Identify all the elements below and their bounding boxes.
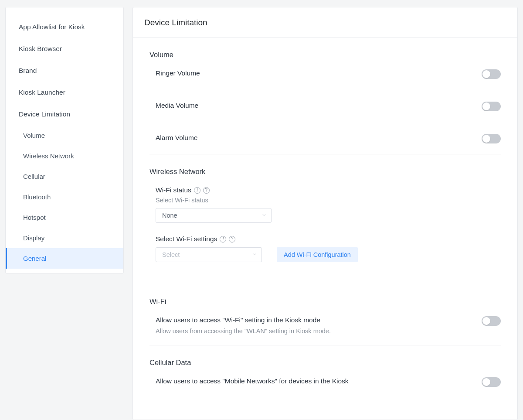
chevron-down-icon [252,251,257,258]
select-wifi-status-value: None [162,212,177,219]
toggle-media-volume[interactable] [482,102,501,111]
row-ringer-volume: Ringer Volume [149,62,501,79]
sidebar-item-app-allowlist[interactable]: App Allowlist for Kiosk [6,16,123,38]
label-ringer-volume: Ringer Volume [156,69,482,77]
sidebar-sub-wireless-network[interactable]: Wireless Network [6,146,123,166]
sidebar-sub-volume[interactable]: Volume [6,125,123,146]
section-wifi: Wi-Fi Allow users to access "Wi-Fi" sett… [149,285,501,345]
label-wifi-settings: Select Wi-Fi settings [156,235,217,243]
row-media-volume: Media Volume [149,95,501,111]
sidebar-item-kiosk-browser[interactable]: Kiosk Browser [6,38,123,60]
desc-wifi-access: Allow users from accessing the "WLAN" se… [156,328,482,335]
label-wifi-access: Allow users to access "Wi-Fi" setting in… [156,316,482,324]
main-panel: Device Limitation Volume Ringer Volume M… [132,7,518,420]
sidebar-item-device-limitation[interactable]: Device Limitation [6,103,123,125]
select-wifi-status[interactable]: None [156,208,272,223]
hint-wifi-status: Select Wi-Fi status [156,197,501,204]
sidebar-item-brand[interactable]: Brand [6,60,123,82]
section-volume: Volume Ringer Volume Media Volume Alarm … [149,38,501,154]
label-media-volume: Media Volume [156,102,482,109]
sidebar-sub-bluetooth[interactable]: Bluetooth [6,187,123,207]
info-icon[interactable] [194,187,200,194]
label-wifi-status: Wi-Fi status [156,186,191,194]
toggle-alarm-volume[interactable] [482,134,501,143]
label-alarm-volume: Alarm Volume [156,134,482,142]
sidebar-item-kiosk-launcher[interactable]: Kiosk Launcher [6,82,123,103]
sidebar: App Allowlist for Kiosk Kiosk Browser Br… [5,7,124,273]
help-icon[interactable] [229,236,235,242]
section-title-cellular: Cellular Data [149,359,501,367]
select-wifi-settings[interactable]: Select [156,247,262,262]
field-wifi-settings: Select Wi-Fi settings Select Add Wi-Fi C… [149,223,501,262]
row-alarm-volume: Alarm Volume [149,127,501,143]
page-title: Device Limitation [144,18,506,27]
select-wifi-settings-placeholder: Select [162,251,180,258]
label-cellular-access: Allow users to access "Mobile Networks" … [156,377,482,385]
sidebar-sub-cellular[interactable]: Cellular [6,166,123,187]
help-icon[interactable] [203,187,210,194]
section-cellular-data: Cellular Data Allow users to access "Mob… [149,345,501,387]
section-title-wireless: Wireless Network [149,167,501,176]
toggle-wifi-access[interactable] [482,316,501,326]
add-wifi-config-link[interactable]: Add Wi-Fi Configuration [277,247,358,262]
row-wifi-access: Allow users to access "Wi-Fi" setting in… [149,309,501,335]
toggle-ringer-volume[interactable] [482,69,501,79]
section-title-volume: Volume [149,51,501,59]
row-cellular-access: Allow users to access "Mobile Networks" … [149,370,501,387]
toggle-cellular-access[interactable] [482,377,501,387]
info-icon[interactable] [220,236,226,242]
sidebar-sub-general[interactable]: General [6,248,123,269]
chevron-down-icon [262,212,267,219]
sidebar-sub-hotspot[interactable]: Hotspot [6,207,123,228]
section-wireless-network: Wireless Network Wi-Fi status Select Wi-… [149,154,501,273]
field-wifi-status: Wi-Fi status Select Wi-Fi status None [149,179,501,223]
section-title-wifi: Wi-Fi [149,297,501,306]
main-header: Device Limitation [133,7,517,38]
sidebar-sub-display[interactable]: Display [6,228,123,248]
